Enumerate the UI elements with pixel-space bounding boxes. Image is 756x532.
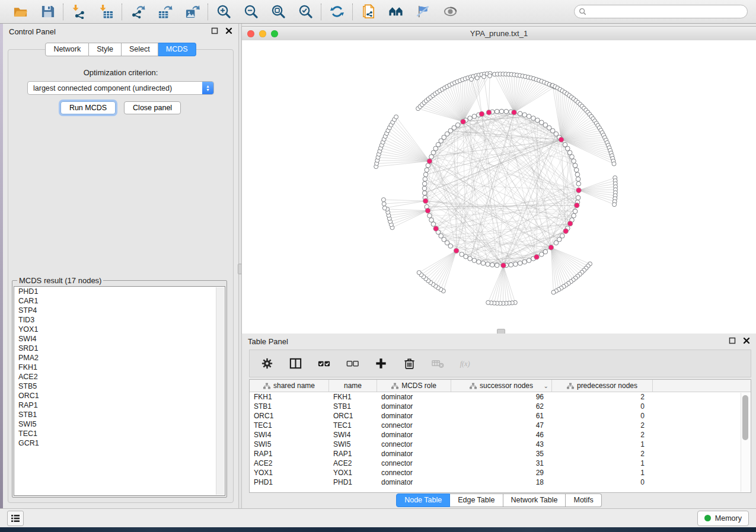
table-row[interactable]: STB1STB1dominator620 (250, 402, 751, 411)
table-row[interactable]: YOX1YOX1connector291 (250, 468, 751, 477)
export-table-icon[interactable] (157, 4, 173, 20)
mcds-result-item[interactable]: FKH1 (14, 363, 225, 372)
float-panel-icon[interactable] (729, 337, 736, 346)
table-cell: connector (377, 468, 451, 477)
zoom-selected-icon[interactable] (298, 4, 313, 20)
mcds-result-item[interactable]: CAR1 (14, 296, 225, 306)
network-canvas[interactable] (242, 40, 756, 334)
export-image-icon[interactable] (184, 4, 200, 20)
mcds-result-item[interactable]: TID3 (14, 315, 225, 325)
optimization-criterion-select[interactable]: largest connected component (undirected)… (27, 81, 214, 95)
function-builder-icon: f(x) (459, 357, 473, 371)
table-tab-motifs[interactable]: Motifs (566, 493, 601, 507)
tab-select[interactable]: Select (122, 43, 158, 56)
task-history-button[interactable] (7, 511, 24, 526)
network-window-titlebar[interactable]: YPA_prune.txt_1 (242, 27, 756, 41)
settings-gear-icon[interactable] (260, 357, 274, 371)
refresh-layout-icon[interactable] (329, 4, 344, 20)
mcds-result-list[interactable]: PHD1CAR1STP4TID3YOX1SWI4SRD1PMA2FKH1ACE2… (14, 286, 225, 496)
column-header-successor-nodes[interactable]: successor nodes⌄ (451, 380, 552, 392)
table-cell-filler (653, 477, 751, 487)
column-header-MCDS-role[interactable]: MCDS role (377, 380, 451, 392)
mcds-list-scrollbar[interactable] (216, 287, 224, 495)
mcds-result-item[interactable]: GCR1 (14, 438, 225, 448)
graph-node (422, 186, 427, 191)
show-columns-icon[interactable] (288, 357, 302, 371)
table-row[interactable]: SWI4SWI4dominator462 (250, 430, 751, 440)
mcds-result-item[interactable]: STP4 (14, 306, 225, 315)
column-header-predecessor-nodes[interactable]: predecessor nodes (552, 380, 653, 392)
table-scrollbar-thumb[interactable] (742, 395, 748, 440)
column-header-shared-name[interactable]: shared name (250, 380, 329, 392)
table-cell: dominator (377, 477, 451, 487)
mcds-result-item[interactable]: SWI5 (14, 419, 225, 429)
table-tab-edge-table[interactable]: Edge Table (450, 493, 503, 507)
table-tab-network-table[interactable]: Network Table (503, 493, 566, 507)
import-network-icon[interactable] (71, 4, 87, 20)
column-header-name[interactable]: name (329, 380, 377, 392)
zoom-in-icon[interactable] (216, 4, 231, 20)
mcds-result-item[interactable]: SRD1 (14, 344, 225, 353)
import-table-icon[interactable] (98, 4, 114, 20)
close-panel-icon[interactable] (225, 27, 232, 36)
mcds-result-item[interactable]: RAP1 (14, 400, 225, 410)
eye-icon[interactable] (442, 4, 458, 20)
tab-style[interactable]: Style (89, 43, 122, 56)
table-cell: PHD1 (329, 477, 377, 487)
table-row[interactable]: RAP1RAP1dominator352 (250, 449, 751, 459)
zoom-fit-icon[interactable] (270, 4, 286, 20)
deselect-all-icon[interactable] (345, 357, 359, 371)
table-row[interactable]: PHD1PHD1dominator180 (250, 477, 751, 487)
sort-descending-icon[interactable]: ⌄ (544, 383, 548, 389)
add-column-icon[interactable] (374, 357, 388, 371)
mcds-result-item[interactable]: SWI4 (14, 334, 225, 344)
select-stepper-icon: ▲▼ (202, 82, 213, 94)
table-row[interactable]: FKH1FKH1dominator962 (250, 392, 751, 402)
flag-icon[interactable] (415, 4, 430, 20)
mcds-result-item[interactable]: PMA2 (14, 353, 225, 363)
table-cell: ORC1 (329, 411, 377, 421)
table-tab-node-table[interactable]: Node Table (396, 493, 450, 507)
table-cell: FKH1 (250, 392, 329, 402)
graph-satellite-node (486, 300, 490, 305)
delete-column-icon[interactable] (402, 357, 416, 371)
tab-network[interactable]: Network (45, 43, 89, 56)
export-network-icon[interactable] (130, 4, 145, 20)
table-row[interactable]: TEC1TEC1connector472 (250, 421, 751, 430)
close-panel-button[interactable]: Close panel (124, 101, 181, 114)
close-panel-icon[interactable] (743, 337, 750, 346)
search-box[interactable] (574, 5, 748, 18)
binoculars-icon[interactable] (388, 4, 403, 20)
node-table[interactable]: shared namenameMCDS rolesuccessor nodes⌄… (249, 379, 751, 493)
mcds-result-item[interactable]: YOX1 (14, 325, 225, 334)
graph-hub-node (563, 229, 569, 234)
document-network-icon[interactable] (361, 4, 376, 20)
table-row[interactable]: ORC1ORC1dominator610 (250, 411, 751, 421)
graph-node (422, 181, 427, 186)
tab-mcds[interactable]: MCDS (158, 43, 196, 56)
table-row[interactable]: ACE2ACE2connector311 (250, 459, 751, 468)
mcds-result-item[interactable]: STB1 (14, 410, 225, 419)
table-tabs: Node TableEdge TableNetwork TableMotifs (242, 493, 756, 507)
mcds-result-item[interactable]: STB5 (14, 382, 225, 391)
mcds-result-item[interactable]: TEC1 (14, 429, 225, 438)
search-input[interactable] (589, 7, 743, 17)
graph-satellite-node (475, 76, 479, 80)
zoom-out-icon[interactable] (243, 4, 259, 20)
table-cell-filler (653, 449, 751, 459)
float-panel-icon[interactable] (211, 27, 218, 36)
select-all-icon[interactable] (317, 357, 331, 371)
mcds-result-item[interactable]: PHD1 (14, 287, 225, 296)
memory-button[interactable]: Memory (697, 511, 749, 526)
mcds-result-item[interactable]: ORC1 (14, 391, 225, 400)
save-session-icon[interactable] (40, 4, 55, 20)
open-file-icon[interactable] (12, 4, 28, 20)
column-type-icon (567, 383, 574, 389)
network-graph[interactable] (242, 40, 756, 334)
table-row[interactable]: SWI5SWI5connector431 (250, 440, 751, 449)
graph-node (570, 155, 575, 159)
run-mcds-button[interactable]: Run MCDS (60, 101, 116, 114)
table-scrollbar[interactable] (741, 393, 750, 492)
toolbar-group (321, 4, 352, 20)
mcds-result-item[interactable]: ACE2 (14, 372, 225, 382)
